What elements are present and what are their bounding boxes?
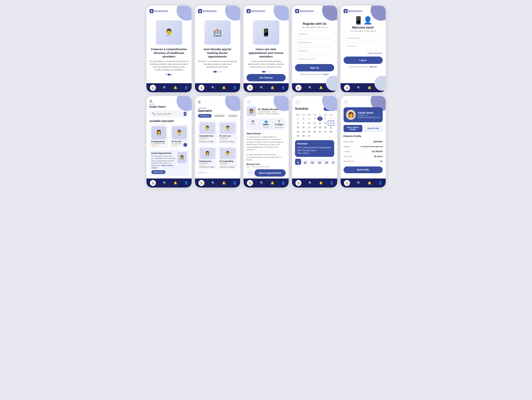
nav5-home[interactable]: 🏠	[344, 85, 350, 91]
cal-d2[interactable]: 2	[301, 117, 306, 121]
mini-day-13[interactable]: 13	[317, 159, 323, 165]
nav10-home[interactable]: 🏠	[344, 180, 350, 186]
edit-profile-button[interactable]: Edit Profile	[344, 166, 383, 173]
nav6-user[interactable]: 👤	[184, 181, 188, 185]
nav7-user[interactable]: 👤	[233, 181, 237, 185]
cal-d22[interactable]: 22	[295, 130, 301, 134]
spec-card-3[interactable]: 👩‍⚕️ Dr.Adrian Kia Pediatrician ★★★★☆ Ex…	[198, 146, 217, 170]
cal-d13[interactable]: 13	[323, 121, 328, 125]
get-started-button[interactable]: Get Started	[247, 74, 286, 81]
doctor-card-1[interactable]: 👩‍⚕️ Dr.Abigal Dean Sr. Physiotherapist …	[150, 124, 168, 148]
spec-tab-gynaecologist[interactable]: Gynaecologist	[227, 114, 237, 118]
cal-d7[interactable]: 7	[328, 117, 334, 121]
search-input[interactable]	[157, 113, 183, 115]
spec-card-1[interactable]: 👨‍⚕️ Dr.Ayodele Dan Pediatrician ★★★★☆ E…	[198, 121, 217, 144]
nav9-search[interactable]: 🔍	[308, 181, 312, 185]
page-3[interactable]: 3	[203, 171, 204, 174]
back-button[interactable]: ←	[247, 99, 252, 105]
spec-card-2[interactable]: 👨‍⚕️ Dr. Jim Leon Pediatrician ★★★★☆ Exp…	[218, 121, 237, 144]
page-1[interactable]: 1	[198, 171, 199, 174]
cal-d21[interactable]: 21	[328, 125, 334, 130]
spec-tab-oncologist[interactable]: Oncologist	[213, 114, 226, 118]
cal-d23[interactable]: 23	[301, 130, 306, 134]
cal-d27[interactable]: 27	[323, 130, 328, 134]
cal-d4[interactable]: 4	[312, 117, 317, 121]
cal-d15[interactable]: 15	[295, 125, 301, 130]
signup-link[interactable]: Sign Up	[370, 66, 377, 68]
nav7-search[interactable]: 🔍	[211, 181, 215, 185]
cal-d5-today[interactable]: 5	[317, 117, 323, 121]
nav2-home[interactable]: 🏠	[198, 85, 204, 91]
cal-d29[interactable]: 29	[295, 134, 301, 138]
nav7-bell[interactable]: 🔔	[222, 181, 226, 185]
like-button[interactable]: ♡	[247, 170, 253, 176]
doctor2-arrow[interactable]: ›	[183, 143, 187, 147]
cal-d10[interactable]: 10	[306, 121, 312, 125]
email-input-reg[interactable]	[295, 39, 334, 46]
cal-d1[interactable]: 1	[295, 117, 301, 121]
nav3-home[interactable]: 🏠	[247, 85, 253, 91]
cal-d28[interactable]: 28	[328, 130, 334, 134]
sched-back-button[interactable]: ←	[295, 99, 300, 105]
nav-home[interactable]: 🏠	[150, 85, 156, 91]
spec-tab-pediatrician[interactable]: Pediatrician	[198, 114, 212, 118]
doctor-card-2[interactable]: 👨‍⚕️ Dr. Ken Ro Sr. Psychiatr ★★★★☆ ›	[170, 124, 189, 148]
nav10-bell[interactable]: 🔔	[368, 181, 371, 185]
nav8-home[interactable]: 🏠	[247, 180, 253, 186]
page-4[interactable]: 4	[205, 171, 206, 174]
nav2-search[interactable]: 🔍	[211, 86, 215, 89]
cal-d18[interactable]: 18	[312, 125, 317, 130]
cal-d19[interactable]: 19	[317, 125, 323, 130]
nav4-bell[interactable]: 🔔	[319, 86, 323, 89]
cal-d9[interactable]: 9	[301, 121, 306, 125]
nav3-user[interactable]: 👤	[281, 86, 285, 89]
cal-d3[interactable]: 3	[306, 117, 312, 121]
hamburger-icon[interactable]: ☰	[150, 99, 166, 103]
nav4-home[interactable]: 🏠	[295, 85, 301, 91]
nav8-bell[interactable]: 🔔	[271, 181, 274, 185]
nav-user[interactable]: 👤	[184, 86, 188, 89]
password-input-login[interactable]	[344, 43, 383, 49]
fullname-input[interactable]	[295, 31, 334, 37]
nav3-search[interactable]: 🔍	[260, 86, 264, 89]
login-button[interactable]: Log In	[344, 56, 383, 64]
signup-button[interactable]: Sign Up	[295, 64, 334, 71]
nav6-search[interactable]: 🔍	[163, 181, 167, 185]
mini-day-10[interactable]: June ✓ 10	[295, 159, 301, 165]
nav10-user[interactable]: 👤	[378, 181, 382, 185]
nav2-user[interactable]: 👤	[233, 86, 237, 89]
cal-d30[interactable]: 30	[301, 134, 306, 138]
page-2[interactable]: 2	[200, 171, 201, 174]
book-now-button[interactable]: BOOK NOW	[151, 170, 166, 174]
book-appointment-button[interactable]: Book Appointment	[254, 169, 286, 177]
confirm-password-input[interactable]	[295, 56, 334, 62]
profile-back-button[interactable]: ←	[344, 99, 349, 105]
cal-d24[interactable]: 24	[306, 130, 312, 134]
nav8-search[interactable]: 🔍	[260, 181, 264, 185]
nav9-home[interactable]: 🏠	[295, 180, 301, 186]
cal-d8[interactable]: 8	[295, 121, 301, 125]
nav3-bell[interactable]: 🔔	[271, 86, 274, 89]
cal-d26[interactable]: 26	[317, 130, 323, 134]
cal-d11[interactable]: 11	[312, 121, 317, 125]
filter-icon[interactable]: ⚙	[184, 112, 186, 116]
cal-d17[interactable]: 17	[306, 125, 312, 130]
forgot-password-link[interactable]: Forgot password?	[367, 52, 382, 54]
cal-d6[interactable]: 6	[323, 117, 328, 121]
nav-search[interactable]: 🔍	[163, 86, 167, 89]
nav9-user[interactable]: 👤	[330, 181, 334, 185]
share-profile-button[interactable]: Share Profile	[364, 125, 383, 132]
nav-bell[interactable]: 🔔	[174, 86, 177, 89]
nav6-bell[interactable]: 🔔	[174, 181, 177, 185]
nav8-user[interactable]: 👤	[281, 181, 285, 185]
nav10-search[interactable]: 🔍	[357, 181, 361, 185]
mini-day-11[interactable]: 11	[302, 159, 308, 165]
cal-d16[interactable]: 16	[301, 125, 306, 130]
login-link[interactable]: Log In	[323, 73, 329, 75]
cal-d12[interactable]: 12	[317, 121, 323, 125]
share-patient-button[interactable]: Share PatientProfile	[344, 125, 362, 132]
cal-d25[interactable]: 25	[312, 130, 317, 134]
spec-card-4[interactable]: 👨‍⚕️ Dr. Frank Wang Pediatrician ★★★★☆ E…	[218, 146, 237, 170]
nav9-bell[interactable]: 🔔	[319, 181, 323, 185]
cal-d31[interactable]: 31	[306, 134, 312, 138]
